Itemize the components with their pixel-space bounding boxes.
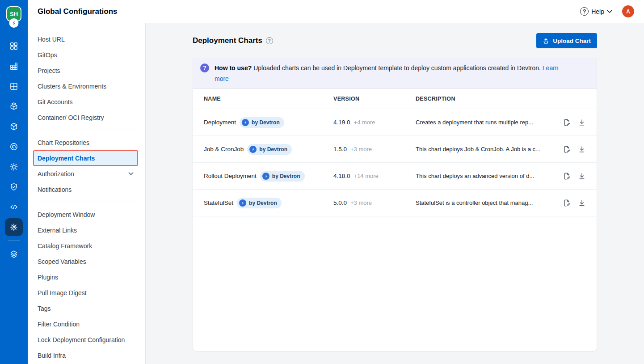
sun-gear-icon[interactable] xyxy=(9,162,18,171)
sidebar-item[interactable]: Plugins xyxy=(33,269,138,285)
by-devtron-badge: by Devtron xyxy=(240,117,284,128)
avatar[interactable]: A xyxy=(622,5,634,17)
sidebar-item[interactable]: Scoped Variables xyxy=(33,254,138,269)
page-title: Global Configurations xyxy=(38,7,118,16)
org-logo-block[interactable]: SH xyxy=(6,6,21,30)
table-row[interactable]: Deployment by Devtron 4.19.0+4 more xyxy=(193,109,597,136)
sidebar-item[interactable]: Authorization xyxy=(33,166,138,182)
table-header: NAME VERSION DESCRIPTION xyxy=(193,89,597,109)
edit-file-icon[interactable] xyxy=(563,172,571,180)
sidebar-item[interactable]: Deployment Window xyxy=(33,207,138,222)
chart-version: 4.19.0 xyxy=(333,119,350,126)
icon-rail: SH xyxy=(0,0,28,364)
chart-name: Deployment xyxy=(204,119,236,126)
sidebar-item[interactable]: Deployment Charts xyxy=(33,150,138,166)
more-versions: +3 more xyxy=(350,146,372,152)
sidebar-item[interactable]: Filter Condition xyxy=(33,316,138,332)
chart-name: Rollout Deployment xyxy=(204,173,257,179)
column-version: VERSION xyxy=(333,96,416,102)
column-name: NAME xyxy=(204,96,333,102)
upload-icon xyxy=(543,38,549,44)
sidebar-item[interactable]: Tags xyxy=(33,301,138,316)
table-row[interactable]: Rollout Deployment by Devtron 4.18.0+14 … xyxy=(193,163,597,190)
main-content: Deployment Charts ? Upload Chart ? How t… xyxy=(146,23,644,364)
chart-description: StatefulSet is a controller object that … xyxy=(416,199,555,206)
banner-body: Uploaded charts can be used in Deploymen… xyxy=(253,64,541,72)
more-versions: +3 more xyxy=(350,199,372,206)
devtron-logo-icon xyxy=(9,18,19,28)
section-title: Deployment Charts xyxy=(193,36,262,45)
help-menu[interactable]: ? Help xyxy=(580,7,612,16)
column-description: DESCRIPTION xyxy=(416,96,555,102)
chevron-down-icon xyxy=(607,10,612,13)
sidebar-item[interactable]: Host URL xyxy=(33,31,138,47)
package-icon[interactable] xyxy=(9,102,18,111)
sidebar-divider xyxy=(38,130,138,130)
sidebar-item[interactable]: Build Infra xyxy=(33,347,138,363)
by-devtron-badge: by Devtron xyxy=(237,198,282,208)
edit-file-icon[interactable] xyxy=(563,199,571,207)
download-icon[interactable] xyxy=(578,145,586,153)
download-icon[interactable] xyxy=(578,172,586,180)
sidebar-item[interactable]: Projects xyxy=(33,63,138,78)
section-help-icon[interactable]: ? xyxy=(266,37,273,44)
spiral-icon[interactable] xyxy=(9,142,18,151)
rail-divider xyxy=(8,241,20,241)
sidebar-item[interactable]: Lock Deployment Configuration xyxy=(33,332,138,347)
chart-description: Creates a deployment that runs multiple … xyxy=(416,119,555,126)
question-icon: ? xyxy=(200,63,209,72)
edit-file-icon[interactable] xyxy=(563,145,571,153)
chart-version: 5.0.0 xyxy=(333,199,347,206)
top-header: Global Configurations ? Help A xyxy=(28,0,644,23)
gear-icon-selected[interactable] xyxy=(5,218,23,236)
sidebar-item[interactable]: Pull Image Digest xyxy=(33,285,138,301)
banner-title: How to use? xyxy=(215,64,252,72)
shield-check-icon[interactable] xyxy=(9,182,18,191)
sidebar-item[interactable]: Catalog Framework xyxy=(33,238,138,254)
more-versions: +4 more xyxy=(354,119,375,126)
cube-icon[interactable] xyxy=(9,122,18,131)
code-icon[interactable] xyxy=(9,203,18,212)
sidebar-item[interactable]: Chart Repositories xyxy=(33,135,138,150)
sidebar-divider xyxy=(38,202,138,202)
devtron-logo-icon xyxy=(249,146,257,153)
edit-file-icon[interactable] xyxy=(563,119,571,127)
chart-description: This chart deploys an advanced version o… xyxy=(416,173,555,179)
sidebar-item[interactable]: Git Accounts xyxy=(33,94,138,110)
chart-name: StatefulSet xyxy=(204,199,233,206)
charts-card: ? How to use? Uploaded charts can be use… xyxy=(193,58,597,351)
sidebar-item[interactable]: Notifications xyxy=(33,182,138,197)
sidebar: Host URLGitOpsProjectsClusters & Environ… xyxy=(28,23,146,364)
chevron-down-icon xyxy=(128,172,134,175)
help-icon: ? xyxy=(580,7,589,16)
sidebar-item[interactable]: External Links xyxy=(33,222,138,238)
devtron-logo-icon xyxy=(262,173,269,180)
how-to-use-banner: ? How to use? Uploaded charts can be use… xyxy=(193,58,597,89)
upload-chart-button[interactable]: Upload Chart xyxy=(536,33,597,48)
jobs-blocks-icon[interactable] xyxy=(9,62,18,71)
layers-icon[interactable] xyxy=(9,250,18,259)
sidebar-item[interactable]: Container/ OCI Registry xyxy=(33,110,138,125)
chart-name: Job & CronJob xyxy=(204,146,244,152)
by-devtron-badge: by Devtron xyxy=(260,171,305,182)
sidebar-item[interactable]: GitOps xyxy=(33,47,138,63)
devtron-logo-icon xyxy=(239,199,246,207)
download-icon[interactable] xyxy=(578,119,586,127)
chart-description: This chart deploys Job & CronJob. A Job … xyxy=(416,146,555,152)
apps-grid-icon[interactable] xyxy=(9,42,18,51)
download-icon[interactable] xyxy=(578,199,586,207)
window-grid-icon[interactable] xyxy=(9,82,18,91)
chart-version: 1.5.0 xyxy=(333,146,347,152)
sidebar-item[interactable]: Clusters & Environments xyxy=(33,78,138,94)
devtron-logo-icon xyxy=(242,119,249,126)
table-row[interactable]: Job & CronJob by Devtron 1.5.0+3 more xyxy=(193,136,597,163)
by-devtron-badge: by Devtron xyxy=(247,144,292,155)
chart-version: 4.18.0 xyxy=(333,173,350,179)
more-versions: +14 more xyxy=(354,173,379,179)
table-row[interactable]: StatefulSet by Devtron 5.0.0+3 more xyxy=(193,190,597,216)
